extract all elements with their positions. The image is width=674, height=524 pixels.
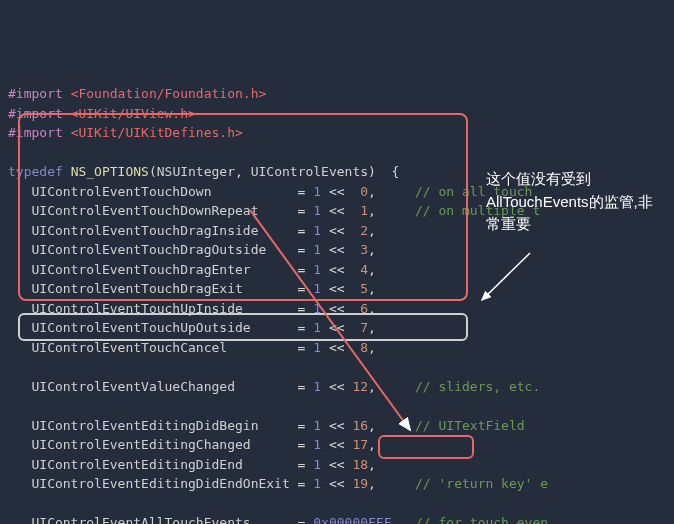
- code-block: #import <Foundation/Foundation.h> #impor…: [8, 84, 666, 524]
- annotation-text: 这个值没有受到AllTouchEvents的监管,非常重要: [486, 168, 656, 236]
